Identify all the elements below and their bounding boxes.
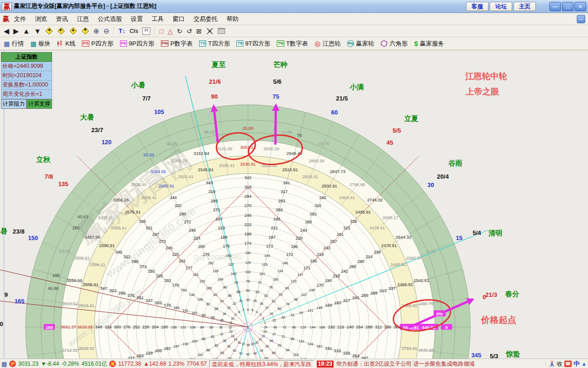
toolbar-item-quotes[interactable]: ▦行情 (4, 40, 24, 48)
toolbar-item-p-square[interactable]: PSP四方形 (82, 40, 114, 48)
toolbar-item-winner-wheel[interactable]: Big赢家轮 (347, 40, 374, 48)
support-button[interactable]: 客服 (466, 2, 488, 11)
toolbar-item-hexagon[interactable]: 六角形 (381, 40, 408, 48)
status-grid-icon[interactable]: ▦ (1, 361, 7, 368)
svg-text:167: 167 (317, 344, 323, 348)
svg-text:芒种: 芒种 (273, 60, 287, 68)
menu-settings[interactable]: 设置 (131, 15, 143, 23)
svg-text:179: 179 (164, 303, 171, 308)
pan-right-icon[interactable]: ► (57, 27, 65, 35)
menu-formula[interactable]: 公式选股 (98, 15, 122, 23)
toolbar-item-sectors[interactable]: ▩板块 (30, 40, 50, 48)
svg-text:248: 248 (188, 228, 195, 233)
presentation-icon[interactable] (218, 28, 225, 34)
svg-text:105: 105 (206, 286, 212, 290)
menu-file[interactable]: 文件 (14, 15, 26, 23)
up-arrow-icon[interactable]: ▲ (581, 361, 587, 367)
forward-icon[interactable]: ▶ (13, 27, 19, 36)
gann-wheel-svg[interactable]: 2440.912491.762542.612593.472644.322695.… (0, 50, 588, 359)
toolbar-item-t-square[interactable]: TST四方形 (199, 40, 230, 48)
svg-text:77: 77 (258, 281, 261, 285)
zoom-out-icon[interactable]: ⊖ (103, 27, 109, 36)
svg-text:203: 203 (155, 301, 162, 305)
svg-text:夏至: 夏至 (211, 60, 226, 68)
svg-text:222: 222 (244, 222, 251, 227)
down-icon[interactable]: ▼ (34, 27, 41, 36)
svg-text:2598.41: 2598.41 (90, 262, 106, 267)
toolbar-item-9t-square[interactable]: T99T四方形 (236, 40, 270, 48)
svg-text:3101.99: 3101.99 (217, 147, 233, 151)
svg-text:96: 96 (292, 325, 295, 329)
svg-text:218: 218 (333, 274, 340, 278)
menu-gann[interactable]: 江恩 (77, 15, 89, 23)
calc-support-button[interactable]: 计算支撑 (27, 99, 52, 109)
svg-text:75: 75 (297, 133, 301, 138)
svg-text:7/8: 7/8 (45, 173, 53, 180)
svg-text:118: 118 (293, 353, 299, 357)
toolbar-item-label: P四方形 (91, 40, 114, 48)
rotate-cw-icon[interactable]: ↻ (177, 27, 182, 36)
date-row: 时间=20190104 (1, 71, 52, 80)
sh-index-change: ▼-8.44 (41, 361, 59, 367)
mdi-restore-button[interactable]: — (577, 15, 585, 23)
calendar-icon[interactable]: 21 (142, 27, 150, 35)
svg-text:268: 268 (305, 220, 312, 224)
svg-text:345: 345 (139, 219, 146, 224)
hexagon-icon (381, 40, 388, 47)
phone-icon[interactable]: ☎ (564, 361, 572, 367)
pan-up-icon[interactable]: ▲ (69, 27, 77, 35)
menu-browse[interactable]: 浏览 (35, 15, 47, 23)
delete-box-icon[interactable]: ⊠ (196, 27, 202, 36)
svg-text:63: 63 (220, 351, 224, 355)
rotate-ccw-icon[interactable]: ↺ (187, 27, 192, 36)
toolbar-item-9p-square[interactable]: P99P四方形 (120, 40, 154, 48)
news-ticker-box[interactable]: 盘前走低，特斯拉跌3.44%，蔚来汽车跌 (209, 360, 314, 368)
gann-wheel-chart[interactable]: 2440.912491.762542.612593.472644.322695.… (0, 50, 588, 359)
svg-text:21: 21 (259, 338, 262, 341)
ime-indicator[interactable]: 中 (574, 360, 580, 368)
svg-text:72: 72 (282, 325, 286, 329)
crosshair-icon[interactable] (206, 27, 214, 35)
svg-text:19: 19 (251, 342, 254, 346)
svg-text:大暑: 大暑 (80, 113, 94, 121)
menu-news[interactable]: 资讯 (56, 15, 68, 23)
news-headline[interactable]: 华力创通：出资2亿设立子公司 进一步聚焦集成电路领域 (336, 360, 474, 368)
menu-help[interactable]: 帮助 (227, 15, 239, 23)
toolbar-item-p-table[interactable]: PNP数字表 (161, 40, 193, 48)
sz-index-change: ▲142.68 (144, 361, 167, 367)
forum-button[interactable]: 论坛 (490, 2, 512, 11)
svg-text:128: 128 (213, 269, 219, 273)
toolbar-item-services[interactable]: $赢家服务 (414, 40, 444, 48)
square-tool-icon[interactable]: □ (160, 27, 163, 36)
zoom-in-icon[interactable]: ⊕ (94, 27, 100, 36)
clear-button[interactable]: Cls (129, 27, 138, 36)
svg-text:49: 49 (281, 315, 285, 320)
svg-text:4830.98: 4830.98 (418, 348, 434, 353)
menu-window[interactable]: 窗口 (173, 15, 185, 23)
receive-label[interactable]: 收 (557, 360, 562, 368)
calc-resistance-button[interactable]: 计算阻力 (1, 99, 27, 109)
triangle-tool-icon[interactable]: △ (168, 27, 173, 36)
toolbar-item-t-table[interactable]: TNT数字表 (277, 40, 308, 48)
back-icon[interactable]: ◀ (4, 27, 9, 36)
pan-down-icon[interactable]: ▼ (81, 27, 89, 35)
svg-text:16: 16 (237, 341, 241, 344)
svg-text:28: 28 (260, 302, 263, 305)
toolbar-item-gann-wheel[interactable]: ◎江恩轮 (314, 40, 341, 48)
close-button[interactable]: × (575, 2, 586, 11)
menu-tools[interactable]: 工具 (152, 15, 164, 23)
svg-text:60: 60 (331, 109, 338, 116)
homepage-button[interactable]: 主页 (514, 2, 536, 11)
maximize-button[interactable]: □ (562, 2, 574, 11)
svg-text:154: 154 (181, 288, 187, 292)
svg-text:74: 74 (286, 302, 289, 306)
menu-trade[interactable]: 交易委托 (194, 15, 218, 23)
minimize-button[interactable]: — (549, 2, 561, 11)
toolbar-item-kline[interactable]: K线 (57, 40, 75, 48)
svg-text:102: 102 (245, 270, 251, 274)
svg-text:48: 48 (274, 326, 277, 329)
up-icon[interactable]: ▲ (23, 27, 30, 36)
svg-text:205: 205 (155, 348, 162, 353)
t-scale-icon[interactable]: T↕ (119, 27, 125, 36)
pan-left-icon[interactable]: ◄ (45, 27, 53, 35)
